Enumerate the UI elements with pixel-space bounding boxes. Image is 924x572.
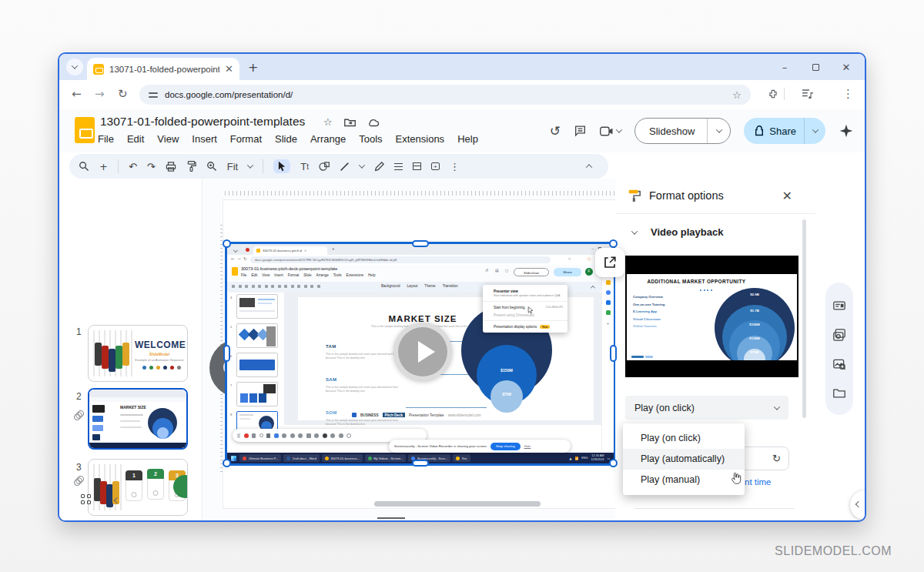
text-box-tool[interactable]: Tt [300,161,309,172]
align-icon[interactable] [394,163,403,170]
dropdown-option[interactable]: Play (on click) [623,428,745,449]
new-tab-button[interactable]: + [248,60,258,75]
contacts-icon[interactable] [833,299,845,312]
resize-handle-se[interactable] [609,459,618,467]
close-button[interactable]: ✕ [831,62,862,73]
search-menus-icon[interactable] [79,161,89,172]
presenter-view-item[interactable]: Presenter view [494,289,518,293]
menu-item[interactable]: Help [457,133,478,145]
new-slide-icon[interactable]: + [99,161,108,172]
resize-handle-nw[interactable] [223,239,231,248]
back-button[interactable]: ← [72,87,82,101]
collapse-filmstrip-icon[interactable] [114,497,120,503]
maximize-button[interactable] [800,62,831,73]
slides-header: 13071-01-folded-powerpoint-templates ☆ F… [59,109,865,152]
play-mode-select[interactable]: Play (on click) [625,396,788,420]
desktop: SLIDEMODEL.COM 13071-01-folded-powerpoin… [0,0,924,572]
dropdown-option[interactable]: Play (manual) [623,470,745,490]
resize-handle-ne[interactable] [609,239,618,248]
zoom-select[interactable]: Fit [227,161,238,172]
lock-icon [755,125,764,136]
display-options-item[interactable]: Presentation display optionsNew [483,323,567,330]
play-button-overlay[interactable] [393,323,452,381]
document-title[interactable]: 13071-01-folded-powerpoint-templates [100,115,305,129]
media-controls-icon[interactable] [802,89,814,99]
bookmark-star-icon[interactable]: ☆ [732,89,742,101]
select-tool[interactable] [273,159,290,173]
border-style-icon[interactable] [413,162,421,170]
share-button[interactable]: Share [744,118,825,144]
menu-item[interactable]: File [98,133,114,145]
cloud-status-icon[interactable] [367,119,380,127]
hide-link[interactable]: Hide [524,444,531,448]
section-chevron-icon[interactable] [631,228,638,234]
slides-logo[interactable] [75,117,95,143]
resize-handle-sw[interactable] [223,459,231,467]
add-comment-icon[interactable]: + [431,162,440,170]
browser-menu-icon[interactable]: ⋮ [842,87,854,101]
address-bar[interactable]: docs.google.com/presentation/d/ ☆ [139,85,751,105]
slideshow-dropdown[interactable] [707,118,730,144]
zoom-select-caret[interactable] [247,162,253,168]
panel-close-icon[interactable]: ✕ [782,189,792,203]
browser-tab[interactable]: 13071-01-folded-powerpoint-t ✕ [87,58,239,80]
move-folder-icon[interactable] [344,118,356,127]
photos-icon[interactable] [833,329,845,341]
line-tool[interactable] [340,162,350,172]
site-settings-icon[interactable] [149,91,158,99]
window-controls: – ✕ [769,54,862,80]
tab-search-button[interactable] [66,59,83,75]
stop-sharing-button[interactable]: Stop sharing [490,443,521,450]
collapse-panel-button[interactable] [850,490,866,520]
video-preview[interactable]: ADDITIONAL MARKET OPPORTUNITY Company Ov… [625,256,798,377]
dropdown-option[interactable]: Play (automatically) [623,449,745,470]
menu-item[interactable]: Edit [127,133,144,145]
undo-icon[interactable]: ↶ [129,161,137,172]
forward-button[interactable]: → [95,87,105,101]
pen-tool[interactable] [374,162,384,172]
video-avatar: F [585,268,593,276]
star-icon[interactable]: ☆ [323,116,333,128]
paint-format-icon[interactable] [186,161,196,172]
horizontal-scrollbar[interactable] [374,501,541,507]
resize-handle-s[interactable] [412,460,429,467]
shape-tool[interactable] [319,162,330,172]
menu-item[interactable]: View [157,133,179,145]
extensions-icon[interactable] [768,89,778,99]
slide-thumbnail-2-selected[interactable]: MARKET SIZE [88,388,188,450]
slide-thumbnail-1[interactable]: WELCOME SlideModel Example of an Animati… [88,325,188,382]
open-video-new-tab-button[interactable] [595,248,624,277]
menu-item[interactable]: Insert [192,133,217,145]
redo-icon[interactable]: ↷ [147,161,156,172]
menu-item[interactable]: Slide [275,133,297,145]
line-tool-caret[interactable] [359,162,365,168]
meet-camera-icon[interactable] [600,126,621,136]
embedded-video[interactable]: 30073-01-business-pitch-d ✕ + – ✕ ← → ↻ … [227,244,614,463]
minimize-button[interactable]: – [769,62,800,73]
hide-menus-icon[interactable] [587,164,591,169]
menu-item[interactable]: Extensions [396,133,445,145]
slideshow-button[interactable]: Slideshow [634,118,731,144]
start-from-beginning-item[interactable]: Start from beginning Ctrl+Shift+F5 [483,303,567,311]
resize-handle-n[interactable] [412,240,429,247]
refresh-icon[interactable]: ↻ [772,453,781,464]
toolbar-more-icon[interactable]: ⋮ [450,161,460,172]
menu-item[interactable]: Tools [359,133,382,145]
resize-handle-w[interactable] [223,345,230,362]
current-time-link[interactable]: nt time [745,477,772,487]
zoom-icon[interactable] [206,161,217,172]
share-dropdown[interactable] [804,118,825,144]
version-history-icon[interactable]: ↺ [550,123,561,139]
comment-icon[interactable] [574,125,587,137]
folder-icon[interactable] [833,387,845,400]
reload-button[interactable]: ↻ [118,87,128,101]
tab-close-icon[interactable]: ✕ [225,64,233,74]
gemini-sparkle-icon[interactable] [839,123,854,139]
image-search-icon[interactable] [833,358,845,370]
panel-scrollbar[interactable] [802,219,806,418]
menu-item[interactable]: Format [230,133,262,145]
print-icon[interactable] [166,162,176,172]
section-title[interactable]: Video playback [651,226,723,238]
menu-item[interactable]: Arrange [310,133,346,145]
resize-handle-e[interactable] [610,345,617,362]
